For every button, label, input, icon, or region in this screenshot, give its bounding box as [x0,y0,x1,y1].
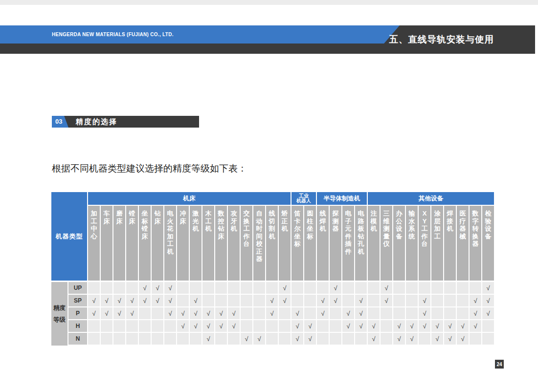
empty-cell [457,307,470,320]
empty-cell [215,282,228,295]
column-header-char: 台 [422,240,428,248]
empty-cell [152,320,164,333]
column-header-char: 加 [167,233,174,240]
empty-cell [101,282,113,295]
table-row: SP√√√√√√√√√√√√√√√√√ [68,295,495,307]
column-header: 线切割机 [266,206,279,282]
empty-cell [126,282,139,295]
empty-cell [291,282,304,295]
empty-cell [330,333,342,346]
empty-cell [368,307,381,320]
column-header-char: 量 [383,233,390,240]
check-cell: √ [266,307,279,320]
empty-cell [190,282,202,295]
column-header-char: 镗 [129,210,135,218]
column-header-char: 机 [320,225,326,233]
column-header-char: 器 [256,255,263,263]
column-header-char: 控 [218,218,224,225]
column-header: 攻牙机 [228,206,241,282]
empty-cell [139,307,152,320]
empty-cell [342,295,355,307]
empty-cell [228,282,241,295]
empty-cell [279,333,291,346]
check-cell: √ [164,295,177,307]
column-header-char: 子 [345,218,352,225]
column-header-char: 坐 [142,210,148,218]
column-header-char: 转 [472,225,479,233]
empty-cell [381,320,393,333]
empty-cell [113,282,126,295]
column-header: 涂层加工 [431,206,444,282]
column-header-char: 板 [358,225,364,233]
empty-cell [113,333,126,346]
empty-cell [177,333,190,346]
column-header-char: 台 [244,240,250,248]
column-header-char: 火 [167,218,174,225]
check-cell: √ [126,307,139,320]
column-header-char: 插 [345,240,352,248]
column-header-char: 数 [472,210,479,218]
check-cell: √ [355,295,368,307]
empty-cell [126,320,139,333]
column-header: 笛卡尔坐标 [291,206,304,282]
grade-row-label: N [68,333,88,346]
check-cell: √ [202,307,215,320]
check-cell: √ [406,333,419,346]
empty-cell [266,282,279,295]
column-header: 自动时间校正器 [253,206,266,282]
column-header-char: Y [423,218,427,225]
column-header-char: 测 [383,225,390,233]
column-header-char: 焊 [320,218,326,225]
column-header-char: 械 [460,233,466,240]
column-header-char: 间 [256,233,263,240]
column-header: 三维测量仪 [381,206,393,282]
empty-cell [470,333,482,346]
check-cell: √ [368,320,381,333]
empty-cell [177,282,190,295]
check-cell: √ [444,320,457,333]
check-cell: √ [152,282,164,295]
check-cell: √ [444,333,457,346]
column-header-char: 钻 [155,210,161,218]
empty-cell [279,307,291,320]
column-header-char: 换 [244,218,250,225]
document-page: HENGERDA NEW MATERIALS (FUJIAN) CO., LTD… [0,0,538,392]
column-header-char: 加 [91,210,97,218]
check-cell: √ [393,320,406,333]
column-header-char: 床 [116,218,123,225]
column-header-char: 备 [485,233,492,240]
check-cell: √ [482,307,495,320]
column-header-char: 机 [282,225,288,233]
check-cell: √ [177,320,190,333]
check-cell: √ [393,333,406,346]
check-cell: √ [291,320,304,333]
check-cell: √ [419,307,431,320]
column-header-char: 系 [409,225,415,233]
empty-cell [317,333,330,346]
column-header: 医疗器械 [457,206,470,282]
column-header-char: 焊 [447,210,453,218]
check-cell: √ [177,307,190,320]
empty-cell [368,282,381,295]
column-header: 车床 [101,206,113,282]
empty-cell [381,307,393,320]
column-header-char: 工 [422,225,428,233]
check-cell: √ [139,295,152,307]
group-header: 工业机器人 [291,192,317,206]
empty-cell [419,282,431,295]
table-corner-machine-type: 机器类型 [51,192,88,282]
column-header-char: 矫 [282,210,288,218]
column-header-char: 时 [256,225,263,233]
column-header-char: 机 [447,225,453,233]
column-header-char: 割 [269,225,275,233]
column-header: 办公设备 [393,206,406,282]
column-header-char: 办 [396,210,403,218]
empty-cell [101,320,113,333]
column-header: 矫正机 [279,206,291,282]
empty-cell [393,282,406,295]
check-cell: √ [355,307,368,320]
row-group-label-line: 精度 [53,302,66,314]
column-header-char: 心 [91,233,97,240]
page-number-badge: 24 [495,360,504,369]
empty-cell [482,333,495,346]
